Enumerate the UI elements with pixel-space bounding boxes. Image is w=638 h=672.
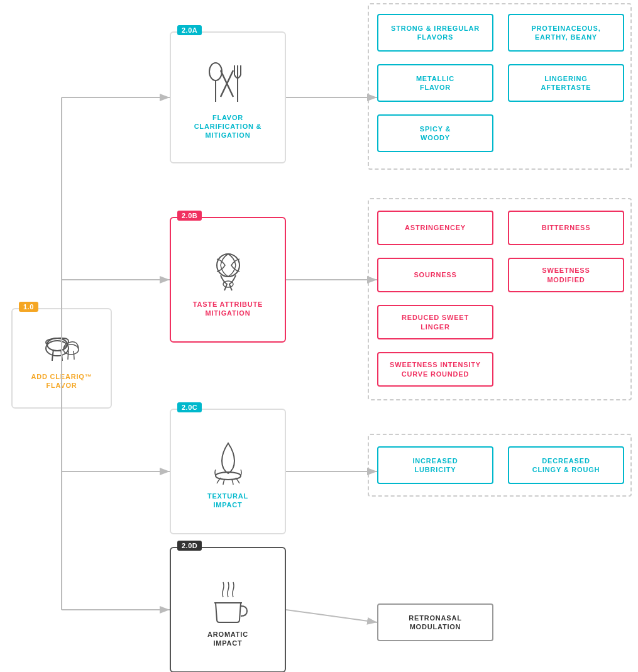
- badge-2c: 2.0C: [177, 402, 202, 412]
- icon-flavor: [203, 58, 253, 108]
- badge-2d: 2.0D: [177, 541, 202, 551]
- icon-cleariq: [40, 329, 84, 367]
- node-2a: 2.0A FLAVORCLARIFIC: [170, 31, 286, 163]
- label-main: ADD CLEARIQ™FLAVOR: [31, 372, 92, 390]
- node-main: 1.0 ADD CLEARIQ™FLAVOR: [11, 308, 112, 409]
- diagram: 1.0 ADD CLEARIQ™FLAVOR: [0, 0, 638, 672]
- outcome-spicy-woody: SPICY &WOODY: [377, 114, 493, 152]
- outcome-retronasal: RETRONASALMODULATION: [377, 603, 493, 641]
- label-2d: AROMATICIMPACT: [207, 630, 248, 648]
- outcome-metallic: METALLICFLAVOR: [377, 64, 493, 102]
- outcome-astringency: ASTRINGENCEY: [377, 211, 493, 245]
- label-2a: FLAVORCLARIFICATION &MITIGATION: [194, 113, 262, 140]
- outcome-reduced-sweet: REDUCED SWEETLINGER: [377, 305, 493, 339]
- outcome-increased-lub: INCREASEDLUBRICITY: [377, 446, 493, 484]
- icon-texture: [203, 436, 253, 487]
- node-2c: 2.0C TEXTURALIMPACT: [170, 409, 286, 534]
- svg-point-3: [209, 63, 222, 80]
- svg-point-1: [47, 338, 67, 351]
- svg-point-2: [63, 344, 79, 355]
- badge-main: 1.0: [19, 302, 38, 312]
- outcome-lingering: LINGERINGAFTERTASTE: [508, 64, 624, 102]
- outcome-sweetness-curve: SWEETNESS INTENSITYCURVE ROUNDED: [377, 352, 493, 387]
- badge-2b: 2.0B: [177, 211, 202, 221]
- svg-point-13: [223, 281, 233, 287]
- outcome-sourness: SOURNESS: [377, 258, 493, 292]
- badge-2a: 2.0A: [177, 25, 202, 35]
- outcome-decreased-clingy: DECREASEDCLINGY & ROUGH: [508, 446, 624, 484]
- outcome-sweetness-modified: SWEETNESSMODIFIED: [508, 258, 624, 292]
- outcome-proteinaceous: PROTEINACEOUS,EARTHY, BEANY: [508, 14, 624, 52]
- icon-taste: [203, 245, 253, 295]
- label-2b: TASTE ATTRIBUTEMITIGATION: [193, 300, 263, 318]
- outcome-bitterness: BITTERNESS: [508, 211, 624, 245]
- outcome-strong-irregular: STRONG & IRREGULARFLAVORS: [377, 14, 493, 52]
- node-2d: 2.0D AROMATICIMPACT: [170, 547, 286, 672]
- node-2b: 2.0B TASTE ATTRIBUTEMITIGATION: [170, 217, 286, 343]
- label-2c: TEXTURALIMPACT: [207, 492, 248, 510]
- icon-aroma: [203, 575, 253, 625]
- svg-line-26: [286, 610, 377, 622]
